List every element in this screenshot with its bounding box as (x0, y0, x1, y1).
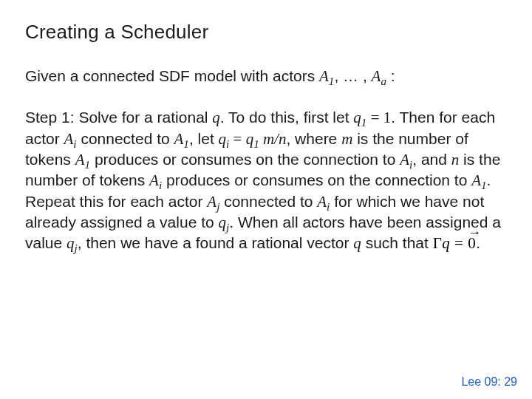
symbol-q: q (212, 109, 220, 126)
equals: = (450, 234, 468, 252)
fraction-mn: m/n (259, 130, 287, 148)
intro-text: Given a connected SDF model with actors (25, 67, 319, 84)
text-run: connected to (219, 193, 317, 210)
symbol-Ai: Ai (317, 193, 330, 211)
vector-zero: 0 (468, 233, 476, 253)
symbol-Ai: Ai (149, 171, 162, 189)
letter-q: q (353, 109, 361, 126)
separator-ellipsis: , … , (334, 67, 371, 84)
symbol-qi: qi (219, 130, 230, 148)
letter-A: A (64, 130, 74, 148)
letter-q: q (219, 214, 227, 231)
text-run: connected to (77, 130, 174, 147)
symbol-q: q (442, 234, 450, 252)
slide: Creating a Scheduler Given a connected S… (0, 0, 532, 399)
body-paragraph: Step 1: Solve for a rational q. To do th… (25, 107, 507, 253)
symbol-Ai: Ai (64, 130, 77, 148)
letter-A: A (471, 171, 481, 189)
letter-A: A (319, 67, 329, 85)
letter-A: A (75, 151, 85, 168)
text-run: , and (412, 151, 451, 168)
text-run: , where (286, 130, 341, 147)
text-run: such that (361, 234, 433, 251)
intro-line: Given a connected SDF model with actors … (25, 66, 507, 86)
letter-A: A (174, 130, 184, 148)
symbol-m: m (341, 130, 352, 148)
letter-A: A (149, 171, 159, 189)
symbol-Gamma: Γ (433, 234, 443, 252)
symbol-A1: A1 (471, 171, 486, 189)
intro-colon: : (386, 67, 395, 84)
subscript-1: 1 (183, 138, 189, 150)
text-run: . To do this, first let (220, 109, 354, 126)
symbol-n: n (451, 151, 460, 168)
letter-q: q (246, 130, 254, 148)
text-run: , let (189, 130, 219, 147)
symbol-q1: q1 (353, 109, 366, 126)
slide-title: Creating a Scheduler (25, 21, 507, 44)
text-run: , then we have a found a rational vector (78, 234, 354, 251)
letter-A: A (372, 67, 381, 85)
symbol-A1: A1 (174, 130, 189, 148)
symbol-Ai: Ai (400, 151, 412, 168)
symbol-Aj: Aj (207, 193, 219, 211)
subscript-a: a (381, 75, 386, 87)
number-one: 1 (383, 109, 392, 126)
symbol-Aa: Aa (372, 67, 386, 85)
symbol-q: q (353, 234, 361, 252)
subscript-1: 1 (481, 180, 487, 192)
subscript-1: 1 (253, 138, 259, 150)
symbol-qj: qj (66, 234, 78, 252)
letter-A: A (207, 193, 216, 211)
equation-gamma-q-eq-zero: Γq = 0 (433, 233, 476, 253)
text-run: produces or consumes on the connection t… (162, 171, 471, 188)
symbol-qj: qj (219, 214, 230, 231)
slide-footer: Lee 09: 29 (461, 375, 517, 389)
letter-q: q (219, 130, 227, 148)
symbol-A1: A1 (319, 67, 334, 85)
equals: = (366, 109, 383, 126)
text-run: produces or consumes on the connection t… (90, 151, 400, 168)
text-run: Step 1: Solve for a rational (25, 109, 212, 126)
equals: = (229, 130, 245, 148)
subscript-1: 1 (85, 159, 91, 171)
letter-A: A (400, 151, 409, 168)
letter-q: q (66, 234, 75, 252)
letter-A: A (317, 193, 327, 211)
symbol-q1: q1 (246, 130, 259, 148)
symbol-A1: A1 (75, 151, 90, 168)
